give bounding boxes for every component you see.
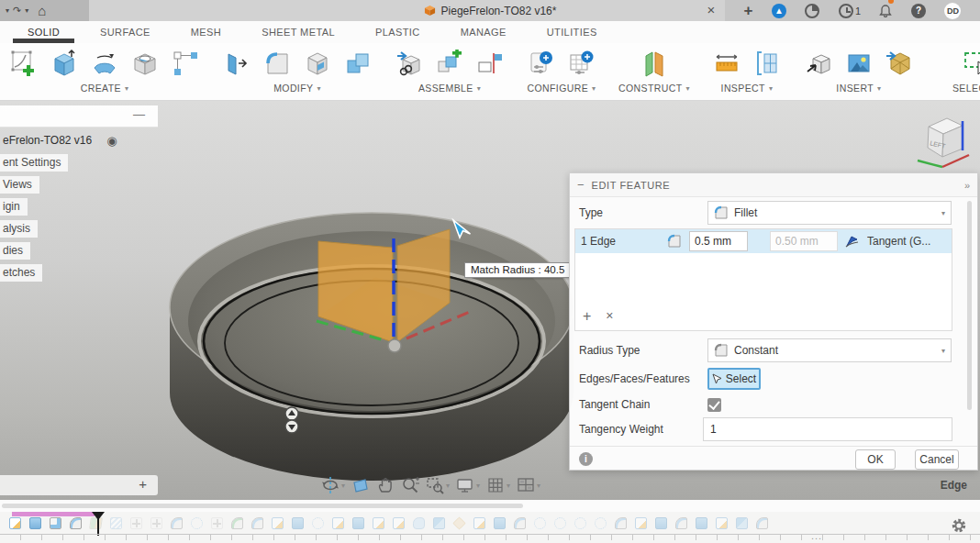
radius-type-dropdown[interactable]: Constant ▾: [707, 338, 952, 362]
job-status-icon[interactable]: ▲: [772, 0, 786, 21]
construct-plane-icon[interactable]: [640, 49, 669, 78]
timeline-feature[interactable]: [756, 517, 768, 529]
group-construct-label[interactable]: CONSTRUCT: [618, 83, 683, 94]
new-document-icon[interactable]: +: [743, 0, 752, 21]
remove-edge-set-icon[interactable]: ×: [606, 308, 613, 325]
tangent-chain-checkbox[interactable]: [707, 398, 721, 412]
timeline-feature[interactable]: [150, 517, 162, 529]
continuity-value[interactable]: Tangent (G...: [867, 235, 930, 248]
measure-icon[interactable]: [712, 49, 741, 78]
active-document-radio-icon[interactable]: ◉: [106, 135, 117, 147]
group-inspect-label[interactable]: INSPECT: [721, 83, 765, 94]
timeline-feature[interactable]: [50, 517, 61, 529]
tangency-weight-input[interactable]: [703, 417, 952, 441]
grid-settings-icon[interactable]: ▾: [486, 476, 510, 494]
timeline-feature[interactable]: [433, 517, 445, 529]
browser-item-document[interactable]: eFrelon-TO82 v16 ◉: [0, 131, 158, 150]
timeline-feature[interactable]: [9, 517, 21, 529]
tab-utilities[interactable]: UTILITIES: [527, 21, 618, 43]
dialog-header[interactable]: − EDIT FEATURE »: [570, 173, 977, 197]
timeline-settings-gear-icon[interactable]: [951, 517, 967, 534]
viewcube[interactable]: LEFT: [910, 108, 978, 178]
timeline-feature[interactable]: [171, 517, 183, 529]
add-edge-set-icon[interactable]: +: [583, 308, 591, 325]
new-component-icon[interactable]: [395, 49, 424, 78]
tab-surface[interactable]: SURFACE: [80, 21, 171, 43]
timeline-feature[interactable]: [696, 517, 707, 529]
look-at-icon[interactable]: [351, 476, 370, 494]
chevron-down-icon[interactable]: ▾: [446, 482, 450, 490]
tab-plastic[interactable]: PLASTIC: [355, 21, 440, 43]
cancel-button[interactable]: Cancel: [915, 449, 959, 470]
timeline-feature[interactable]: [554, 517, 566, 529]
chevron-down-icon[interactable]: ▾: [507, 482, 510, 490]
insert-derive-icon[interactable]: [804, 49, 833, 78]
timeline-feature[interactable]: [615, 517, 627, 529]
chevron-down-icon[interactable]: ▾: [317, 84, 320, 93]
tab-manage[interactable]: MANAGE: [440, 21, 527, 43]
chevron-down-icon[interactable]: ▾: [592, 84, 596, 93]
browser-item-analysis[interactable]: alysis: [0, 219, 158, 238]
tab-solid[interactable]: SOLID: [7, 21, 80, 43]
select-icon[interactable]: [962, 49, 980, 78]
group-modify-label[interactable]: MODIFY: [273, 83, 313, 94]
group-assemble-label[interactable]: ASSEMBLE: [418, 83, 473, 94]
pan-icon[interactable]: [376, 476, 395, 494]
chevron-down-icon[interactable]: ▾: [477, 84, 481, 93]
configuration-table-icon[interactable]: [567, 49, 596, 78]
add-icon[interactable]: +: [139, 476, 147, 492]
chevron-down-icon[interactable]: ▾: [125, 84, 128, 93]
extensions-icon[interactable]: [805, 0, 819, 21]
notification-center-icon[interactable]: 1: [839, 0, 861, 21]
zoom-window-icon[interactable]: ▾: [426, 476, 450, 494]
timeline-feature[interactable]: [70, 517, 82, 529]
help-icon[interactable]: ?: [911, 0, 926, 21]
radius-secondary-input[interactable]: [770, 231, 838, 251]
tab-mesh[interactable]: MESH: [171, 21, 241, 43]
timeline-feature[interactable]: [494, 517, 506, 529]
timeline-feature[interactable]: [514, 517, 526, 529]
insert-mesh-icon[interactable]: [885, 49, 914, 78]
browser-item-origin[interactable]: igin: [0, 197, 158, 216]
timeline-feature[interactable]: [130, 517, 142, 529]
tab-sheet-metal[interactable]: SHEET METAL: [241, 21, 355, 43]
chevron-down-icon[interactable]: ▾: [769, 84, 773, 93]
configuration-icon[interactable]: [527, 49, 556, 78]
timeline-feature[interactable]: [452, 516, 465, 529]
joint-origin-icon[interactable]: [475, 49, 505, 78]
timeline-feature[interactable]: [655, 517, 667, 529]
timeline-playhead[interactable]: [92, 512, 105, 536]
chevron-down-icon[interactable]: ▾: [341, 482, 345, 490]
timeline-feature[interactable]: [312, 517, 324, 529]
timeline-feature[interactable]: [534, 517, 546, 529]
ok-button[interactable]: OK: [855, 449, 896, 470]
chevron-down-icon[interactable]: ▾: [537, 482, 540, 490]
shell-icon[interactable]: [303, 49, 332, 78]
browser-item-named-views[interactable]: Views: [0, 175, 158, 194]
avatar[interactable]: DD: [944, 0, 961, 21]
type-dropdown[interactable]: Fillet ▾: [707, 201, 952, 225]
browser-item-document-settings[interactable]: ent Settings: [0, 153, 158, 172]
select-button[interactable]: Select: [707, 368, 761, 390]
expand-icon[interactable]: »: [964, 180, 970, 191]
close-document-icon[interactable]: ×: [697, 0, 725, 21]
group-create-label[interactable]: CREATE: [81, 83, 121, 94]
press-pull-icon[interactable]: [222, 49, 251, 78]
orbit-icon[interactable]: ▾: [321, 476, 345, 494]
group-select-label[interactable]: SELECT: [952, 83, 980, 94]
canvas-image-icon[interactable]: [844, 49, 874, 78]
hole-icon[interactable]: [130, 49, 160, 78]
timeline-feature[interactable]: [292, 517, 304, 529]
extrude-icon[interactable]: [50, 49, 79, 78]
create-sketch-icon[interactable]: [9, 49, 39, 78]
chevron-down-icon[interactable]: ▾: [476, 482, 480, 490]
origin-point[interactable]: [388, 339, 401, 352]
timeline-feature[interactable]: [251, 517, 263, 529]
timeline-feature[interactable]: [29, 517, 41, 529]
timeline-feature[interactable]: [373, 517, 384, 529]
edge-set-row[interactable]: 1 Edge Tangent (G...: [575, 229, 952, 253]
timeline-feature[interactable]: [191, 517, 203, 529]
pattern-icon[interactable]: [171, 49, 200, 78]
collapse-icon[interactable]: −: [577, 178, 585, 192]
timeline-feature[interactable]: [231, 517, 243, 529]
